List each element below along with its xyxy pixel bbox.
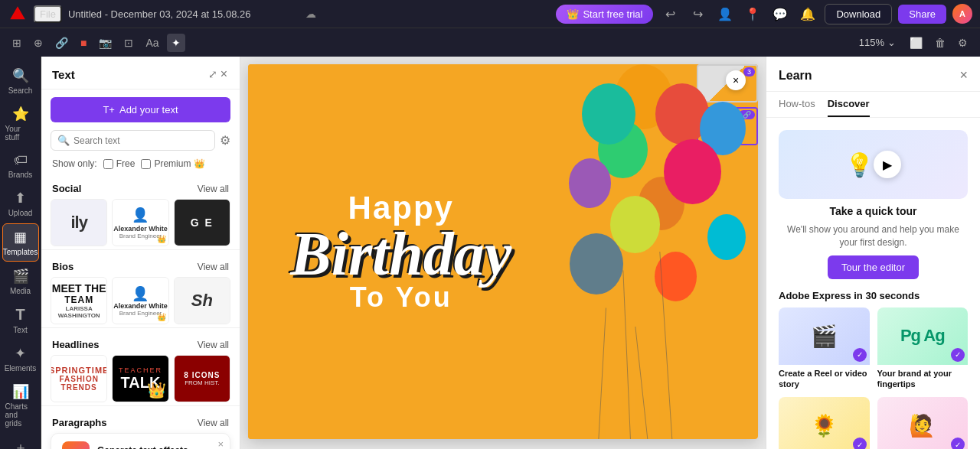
sidebar-item-brands[interactable]: 🏷 Brands — [2, 148, 39, 184]
sidebar-item-your-stuff[interactable]: ⭐ Your stuff — [2, 101, 39, 146]
right-panel: Learn × How-tos Discover 💡 ▶ Take a quic… — [766, 57, 980, 449]
sidebar-item-label: Templates — [3, 248, 38, 256]
app-logo — [8, 4, 28, 24]
download-button[interactable]: Download — [825, 4, 892, 24]
sidebar-item-charts[interactable]: 📊 Charts and grids — [2, 379, 39, 432]
adobe-card-reel[interactable]: 🎬 ✓ Create a Reel or video story — [779, 307, 870, 390]
social-section-title: Social — [52, 183, 81, 194]
star-icon: ⭐ — [12, 106, 29, 122]
social-template-ge[interactable]: G E — [174, 199, 230, 246]
checkmark-icon: ✓ — [853, 438, 867, 449]
redo-button[interactable]: ↪ — [687, 3, 708, 24]
start-trial-button[interactable]: 👑 Start free trial — [556, 5, 653, 24]
canvas[interactable]: Happy Birthday To You — [248, 64, 758, 439]
tb-settings-button[interactable]: ⚙ — [953, 34, 972, 52]
premium-checkbox-label[interactable]: Premium 👑 — [141, 158, 205, 169]
generate-effects-banner: Ag Generate text effects Add stylized te… — [51, 433, 230, 449]
right-panel-content: 💡 ▶ Take a quick tour We'll show you aro… — [766, 118, 980, 449]
bios-template-meet[interactable]: MEET THE TEAM LARISSA WASHINGTON — [51, 277, 107, 324]
brand-text-icon: Pg Ag — [900, 326, 945, 346]
file-menu[interactable]: File — [34, 5, 62, 23]
tb-instagram-button[interactable]: 📷 — [94, 34, 116, 52]
free-checkbox-label[interactable]: Free — [103, 158, 136, 169]
tb-color-button[interactable]: ■ — [76, 34, 91, 52]
social-template-ily[interactable]: ily — [51, 199, 107, 246]
sidebar-item-label: Text — [13, 326, 27, 334]
adobe-card-replace[interactable]: 🌻 ✓ Replace objects with AI — [779, 397, 870, 449]
search-icon: 🔍 — [12, 67, 29, 84]
tab-howtos[interactable]: How-tos — [779, 92, 815, 117]
tb-layers-button[interactable]: ⬜ — [905, 34, 927, 52]
panel-expand-button[interactable]: ⤢ — [207, 67, 219, 82]
canvas-close-button[interactable]: × — [726, 70, 746, 90]
premium-checkbox[interactable] — [141, 159, 151, 169]
right-panel-close-button[interactable]: × — [959, 67, 968, 83]
free-checkbox[interactable] — [103, 159, 113, 169]
sidebar-item-media[interactable]: 🎬 Media — [2, 263, 39, 300]
checkmark-icon: ✓ — [951, 348, 965, 362]
headlines-template-hist[interactable]: 8 ICONS FROM HIST. — [174, 355, 230, 402]
tb-link-button[interactable]: 🔗 — [51, 34, 73, 52]
zoom-control[interactable]: 115% ⌄ — [853, 34, 902, 50]
undo-button[interactable]: ↩ — [659, 3, 681, 24]
tour-editor-button[interactable]: Tour the editor — [828, 255, 919, 279]
sidebar-item-elements[interactable]: ✦ Elements — [2, 340, 39, 377]
premium-label: Premium — [154, 158, 191, 169]
tb-align-button[interactable]: ⊕ — [29, 34, 47, 52]
premium-crown-icon: 👑 — [194, 158, 205, 169]
sidebar-item-text[interactable]: T Text — [2, 301, 39, 339]
ai-icon: 🌻 — [811, 413, 838, 438]
add-text-button[interactable]: T+ Add your text — [51, 97, 230, 122]
paragraphs-view-all-button[interactable]: View all — [198, 418, 229, 428]
headlines-view-all-button[interactable]: View all — [198, 340, 229, 350]
social-template-alex[interactable]: 👤 Alexander White Brand Engineer 👑 — [112, 199, 168, 246]
svg-line-4 — [599, 308, 606, 440]
sidebar-item-upload[interactable]: ⬆ Upload — [2, 185, 39, 222]
text-search-box[interactable]: 🔍 — [51, 130, 215, 151]
panel-close-button[interactable]: × — [219, 66, 229, 83]
sidebar-item-addons[interactable]: ＋ Add-ons — [2, 434, 39, 449]
tb-font-button[interactable]: Aa — [141, 34, 163, 52]
tb-effects-button[interactable]: ✦ — [167, 34, 185, 52]
video-icon: 🎬 — [811, 324, 838, 349]
notifications-button[interactable]: 🔔 — [797, 3, 818, 24]
comments-button[interactable]: 💬 — [769, 3, 791, 24]
svg-line-2 — [623, 271, 631, 440]
gen-effects-close-button[interactable]: × — [217, 438, 224, 449]
text-search-input[interactable] — [74, 135, 208, 146]
collab-icon: 🙋 — [909, 413, 936, 438]
adobe-section-title: Adobe Express in 30 seconds — [779, 290, 968, 301]
tab-discover[interactable]: Discover — [828, 92, 870, 117]
show-only-row: Show only: Free Premium 👑 — [41, 158, 240, 177]
tb-grid-button[interactable]: ⊞ — [8, 34, 26, 52]
left-navigation: 🔍 Search ⭐ Your stuff 🏷 Brands ⬆ Upload … — [0, 57, 41, 449]
right-panel-tabs: How-tos Discover — [766, 92, 980, 118]
sidebar-item-search[interactable]: 🔍 Search — [2, 63, 39, 99]
headlines-template-spring[interactable]: SPRINGTIME FASHION TRENDS — [51, 355, 107, 402]
headlines-template-talk[interactable]: TEACHER TALK 👑 — [112, 355, 168, 402]
sidebar-item-label: Brands — [8, 171, 33, 179]
balloon — [582, 83, 635, 145]
bios-template-sh[interactable]: Sh — [174, 277, 230, 324]
premium-badge2: 👑 — [157, 313, 166, 321]
sidebar-item-templates[interactable]: ▦ Templates — [2, 223, 39, 262]
tb-delete-button[interactable]: 🗑 — [930, 34, 950, 52]
filter-button[interactable]: ⚙ — [220, 133, 230, 148]
bios-template-alex2[interactable]: 👤 Alexander White Brand Engineer 👑 — [112, 277, 168, 324]
play-button[interactable]: ▶ — [874, 151, 901, 178]
profile-button[interactable]: 👤 — [714, 3, 736, 24]
tb-arrange-button[interactable]: ⊡ — [119, 34, 138, 52]
right-panel-title: Learn — [779, 69, 812, 83]
balloon — [664, 139, 721, 204]
headlines-section-title: Headlines — [52, 339, 99, 350]
share-button[interactable]: Share — [898, 5, 946, 24]
tour-illustration: 💡 ▶ — [779, 130, 968, 199]
canvas-area: Happy Birthday To You × 3 🔗 — [240, 57, 766, 449]
bios-view-all-button[interactable]: View all — [198, 262, 229, 272]
location-button[interactable]: 📍 — [742, 3, 763, 24]
adobe-card-collab[interactable]: 🙋 ✓ Add collaborators — [877, 397, 969, 449]
free-label: Free — [116, 158, 136, 169]
social-view-all-button[interactable]: View all — [198, 184, 229, 194]
add-text-label: Add your text — [119, 104, 178, 116]
adobe-card-brand[interactable]: Pg Ag ✓ Your brand at your fingertips — [877, 307, 969, 390]
